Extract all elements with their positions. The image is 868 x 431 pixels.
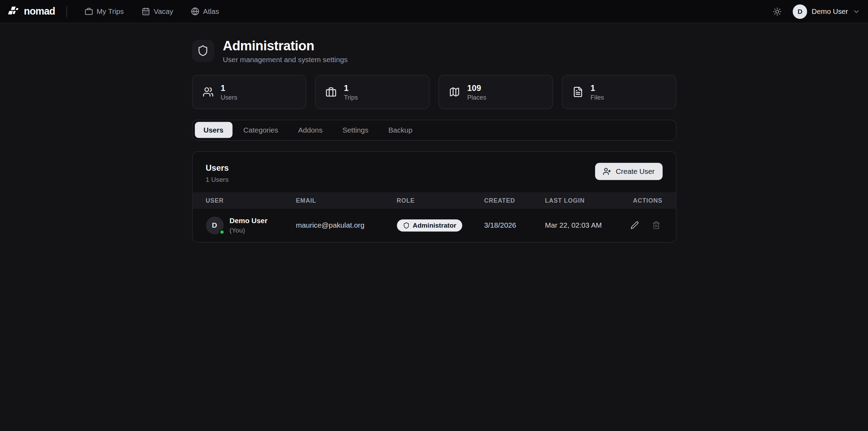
user-menu[interactable]: D Demo User <box>793 4 860 19</box>
users-table-head: USER EMAIL ROLE CREATED LAST LOGIN ACTIO… <box>192 192 676 209</box>
create-user-label: Create User <box>616 167 655 175</box>
users-table: USER EMAIL ROLE CREATED LAST LOGIN ACTIO… <box>192 192 676 242</box>
stat-card-trips: 1 Trips <box>315 75 430 109</box>
page-header: Administration User management and syste… <box>192 38 676 64</box>
brand-name: nomad <box>24 6 55 17</box>
user-plus-icon <box>603 167 611 175</box>
user-name: Demo User <box>812 7 848 16</box>
stat-card-places: 109 Places <box>438 75 553 109</box>
users-panel-title: Users <box>206 163 229 172</box>
map-icon <box>449 86 460 97</box>
globe-icon <box>191 7 199 16</box>
page-title: Administration <box>223 38 348 53</box>
nav-item-label: Vacay <box>154 7 173 16</box>
stat-label: Users <box>221 94 237 101</box>
tab-settings[interactable]: Settings <box>334 122 377 138</box>
nav-item-my-trips[interactable]: My Trips <box>78 3 130 19</box>
user-cell: D Demo User (You) <box>192 209 289 242</box>
stat-value: 109 <box>467 83 486 93</box>
col-actions: ACTIONS <box>611 192 676 209</box>
email-cell: maurice@pakulat.org <box>289 209 390 242</box>
actions-cell <box>611 209 676 242</box>
role-badge: Administrator <box>397 219 462 231</box>
theme-toggle-button[interactable] <box>771 5 784 18</box>
table-row: D Demo User (You) maurice@pakulat.org <box>192 209 676 242</box>
delete-user-button[interactable] <box>650 219 662 232</box>
shield-icon <box>192 40 214 62</box>
row-you-label: (You) <box>230 226 268 234</box>
stat-card-users: 1 Users <box>192 75 306 109</box>
col-role: ROLE <box>390 192 478 209</box>
stat-label: Files <box>591 94 604 101</box>
row-user-name: Demo User <box>230 217 268 226</box>
users-table-header-row: USER EMAIL ROLE CREATED LAST LOGIN ACTIO… <box>192 192 676 209</box>
col-last-login: LAST LOGIN <box>538 192 611 209</box>
page-subtitle: User management and system settings <box>223 55 348 64</box>
stat-text: 1 Users <box>221 83 237 101</box>
col-user: USER <box>192 192 289 209</box>
last-login-cell: Mar 22, 02:03 AM <box>538 209 611 242</box>
nav-divider <box>66 6 67 17</box>
app-viewport: nomad My Trips Vacay Atlas <box>0 0 868 431</box>
role-cell: Administrator <box>390 209 478 242</box>
stat-text: 1 Files <box>591 83 604 101</box>
admin-tabs: Users Categories Addons Settings Backup <box>192 119 676 141</box>
stat-text: 109 Places <box>467 83 486 101</box>
calendar-icon <box>141 7 150 16</box>
page-header-text: Administration User management and syste… <box>223 38 348 64</box>
user-name-group: Demo User (You) <box>230 217 268 234</box>
nav-item-label: My Trips <box>97 7 124 16</box>
briefcase-icon <box>326 86 337 97</box>
users-count: 1 Users <box>206 175 229 183</box>
edit-user-button[interactable] <box>628 219 641 232</box>
avatar: D <box>793 4 807 19</box>
stats-row: 1 Users 1 Trips 109 Places <box>192 75 676 109</box>
chevron-down-icon <box>852 8 860 15</box>
primary-nav: My Trips Vacay Atlas <box>78 3 226 19</box>
tab-categories[interactable]: Categories <box>234 122 287 138</box>
stat-text: 1 Trips <box>344 83 358 101</box>
stat-card-files: 1 Files <box>562 75 676 109</box>
users-panel-title-group: Users 1 Users <box>206 163 229 183</box>
tab-backup[interactable]: Backup <box>379 122 421 138</box>
avatar: D <box>206 217 223 234</box>
stat-value: 1 <box>591 83 604 93</box>
nav-item-atlas[interactable]: Atlas <box>184 3 226 19</box>
tab-users[interactable]: Users <box>195 122 232 138</box>
col-email: EMAIL <box>289 192 390 209</box>
file-text-icon <box>572 86 583 97</box>
sun-icon <box>773 7 782 16</box>
stat-value: 1 <box>221 83 237 93</box>
created-cell: 3/18/2026 <box>478 209 539 242</box>
briefcase-icon <box>84 7 93 16</box>
role-badge-label: Administrator <box>413 221 456 229</box>
trash-icon <box>652 221 660 229</box>
col-created: CREATED <box>478 192 539 209</box>
online-status-dot <box>219 229 224 235</box>
brand-logo[interactable]: nomad <box>8 6 55 17</box>
nav-item-vacay[interactable]: Vacay <box>135 3 180 19</box>
top-navbar: nomad My Trips Vacay Atlas <box>0 0 868 23</box>
nav-item-label: Atlas <box>203 7 219 16</box>
nav-right-cluster: D Demo User <box>771 4 860 19</box>
stat-label: Places <box>467 94 486 101</box>
stat-value: 1 <box>344 83 358 93</box>
pencil-icon <box>630 221 639 229</box>
users-panel: Users 1 Users Create User USER EMAIL ROL… <box>192 151 676 242</box>
create-user-button[interactable]: Create User <box>595 163 662 180</box>
users-icon <box>202 86 213 97</box>
shield-icon <box>403 222 409 228</box>
tab-addons[interactable]: Addons <box>289 122 331 138</box>
users-panel-header: Users 1 Users Create User <box>192 152 676 192</box>
nomad-logo-icon <box>8 6 20 17</box>
main-content: Administration User management and syste… <box>192 23 676 242</box>
stat-label: Trips <box>344 94 358 101</box>
